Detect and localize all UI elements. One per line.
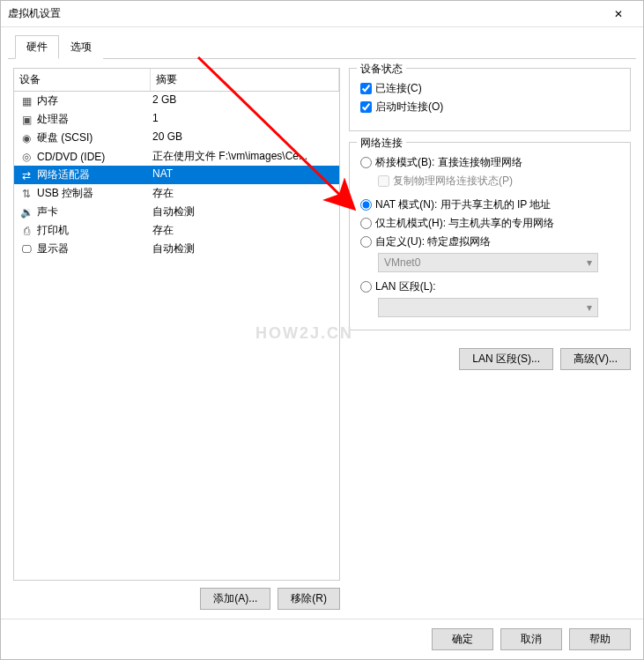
device-row[interactable]: ⇄网络适配器NAT [14,166,339,184]
custom-label: 自定义(U): 特定虚拟网络 [375,234,491,249]
custom-select-value: VMnet0 [384,256,420,269]
display-icon: 🖵 [19,242,33,256]
device-row[interactable]: ⇅USB 控制器存在 [14,184,339,203]
vm-settings-dialog: 虚拟机设置 ✕ 硬件 选项 设备 摘要 ▦内存2 GB▣处理器1◉硬盘 (SCS… [0,0,644,660]
network-connection-group: 网络连接 桥接模式(B): 直接连接物理网络 复制物理网络连接状态(P) NAT… [349,142,631,330]
add-button[interactable]: 添加(A)... [200,588,270,610]
device-name: CD/DVD (IDE) [37,151,105,163]
replicate-label: 复制物理网络连接状态(P) [393,174,513,189]
list-header: 设备 摘要 [14,69,339,92]
device-name: 网络适配器 [37,167,90,182]
ok-button[interactable]: 确定 [432,628,493,650]
dialog-title: 虚拟机设置 [8,6,601,21]
column-summary[interactable]: 摘要 [151,69,339,91]
usb-icon: ⇅ [19,187,33,201]
column-device[interactable]: 设备 [14,69,151,91]
tab-hardware[interactable]: 硬件 [15,35,59,59]
device-summary: 正在使用文件 F:\vm\images\Ce... [151,149,339,164]
connected-label: 已连接(C) [375,81,422,96]
device-summary: 存在 [151,186,339,201]
lan-label: LAN 区段(L): [375,279,436,294]
hostonly-label: 仅主机模式(H): 与主机共享的专用网络 [375,216,554,231]
cd-icon: ◎ [19,150,33,164]
device-status-title: 设备状态 [357,62,406,77]
bridged-radio[interactable] [360,157,372,168]
device-name: 处理器 [37,112,69,127]
network-title: 网络连接 [357,136,406,151]
connect-on-checkbox[interactable] [360,101,372,113]
replicate-checkbox [378,175,389,187]
device-row[interactable]: 🔉声卡自动检测 [14,203,339,221]
content-area: 设备 摘要 ▦内存2 GB▣处理器1◉硬盘 (SCSI)20 GB◎CD/DVD… [1,59,643,619]
net-icon: ⇄ [19,168,33,182]
cpu-icon: ▣ [19,113,33,127]
lan-select: ▾ [378,298,598,317]
left-button-row: 添加(A)... 移除(R) [13,588,340,610]
device-name: USB 控制器 [37,186,93,201]
device-list[interactable]: 设备 摘要 ▦内存2 GB▣处理器1◉硬盘 (SCSI)20 GB◎CD/DVD… [13,68,340,581]
sound-icon: 🔉 [19,205,33,219]
device-summary: 自动检测 [151,241,339,256]
device-row[interactable]: ◎CD/DVD (IDE)正在使用文件 F:\vm\images\Ce... [14,147,339,166]
device-summary: 存在 [151,223,339,238]
printer-icon: ⎙ [19,224,33,238]
hostonly-radio[interactable] [360,218,372,229]
device-name: 打印机 [37,223,69,238]
disk-icon: ◉ [19,131,33,145]
device-row[interactable]: ▦内存2 GB [14,92,339,110]
connect-on-row: 启动时连接(O) [360,100,619,115]
device-summary: 自动检测 [151,204,339,219]
nat-radio[interactable] [360,199,372,211]
cancel-button[interactable]: 取消 [500,628,562,650]
titlebar: 虚拟机设置 ✕ [1,1,643,27]
close-icon: ✕ [614,8,623,20]
device-summary: 2 GB [151,93,339,108]
remove-button[interactable]: 移除(R) [278,588,340,610]
device-summary: 1 [151,112,339,127]
device-name: 声卡 [37,204,58,219]
left-panel: 设备 摘要 ▦内存2 GB▣处理器1◉硬盘 (SCSI)20 GB◎CD/DVD… [13,68,340,610]
advanced-button[interactable]: 高级(V)... [560,348,631,370]
right-panel: 设备状态 已连接(C) 启动时连接(O) 网络连接 桥接模式(B): 直接连接物… [349,68,631,610]
device-row[interactable]: ⎙打印机存在 [14,221,339,240]
chevron-down-icon: ▾ [587,256,592,269]
bridged-row: 桥接模式(B): 直接连接物理网络 [360,155,619,170]
close-button[interactable]: ✕ [601,2,636,26]
device-name: 显示器 [37,241,69,256]
connected-checkbox[interactable] [360,83,372,94]
tab-options[interactable]: 选项 [59,35,103,59]
chevron-down-icon: ▾ [587,301,592,314]
custom-radio[interactable] [360,236,372,248]
device-status-group: 设备状态 已连接(C) 启动时连接(O) [349,68,631,131]
device-name: 硬盘 (SCSI) [37,130,93,145]
connect-on-label: 启动时连接(O) [375,100,443,115]
device-row[interactable]: ▣处理器1 [14,110,339,129]
custom-select: VMnet0 ▾ [378,253,598,272]
device-summary: 20 GB [151,130,339,145]
right-button-row: LAN 区段(S)... 高级(V)... [349,348,631,370]
bridged-label: 桥接模式(B): 直接连接物理网络 [375,155,522,170]
nat-label: NAT 模式(N): 用于共享主机的 IP 地址 [375,197,551,212]
device-row[interactable]: ◉硬盘 (SCSI)20 GB [14,129,339,147]
dialog-footer: 确定 取消 帮助 [1,619,643,659]
help-button[interactable]: 帮助 [569,628,631,650]
device-name: 内存 [37,93,58,108]
lan-row: LAN 区段(L): [360,279,619,294]
tab-bar: 硬件 选项 [8,31,636,59]
custom-row: 自定义(U): 特定虚拟网络 [360,234,619,249]
nat-row: NAT 模式(N): 用于共享主机的 IP 地址 [360,197,619,212]
memory-icon: ▦ [19,94,33,108]
connected-row: 已连接(C) [360,81,619,96]
device-summary: NAT [151,167,339,182]
device-row[interactable]: 🖵显示器自动检测 [14,240,339,258]
replicate-row: 复制物理网络连接状态(P) [378,174,619,189]
lan-segments-button[interactable]: LAN 区段(S)... [459,348,553,370]
hostonly-row: 仅主机模式(H): 与主机共享的专用网络 [360,216,619,231]
lan-radio[interactable] [360,281,372,293]
